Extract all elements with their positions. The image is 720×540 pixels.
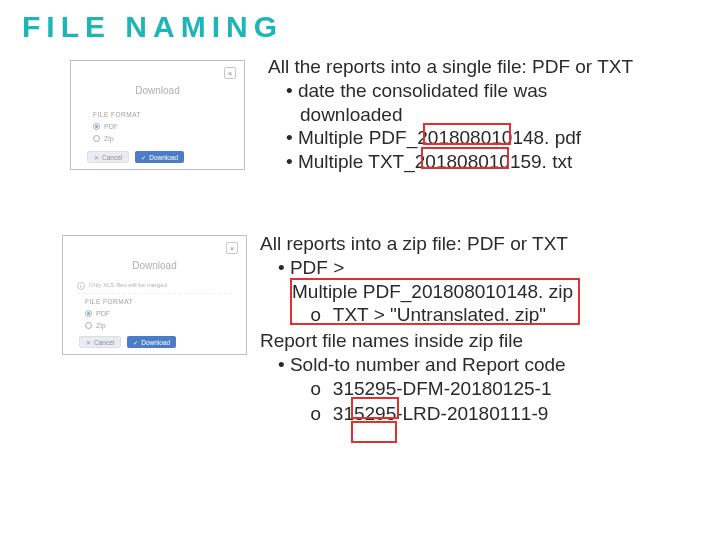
highlighted-text: LRD- bbox=[403, 403, 447, 424]
radio-icon bbox=[93, 135, 100, 142]
cancel-button[interactable]: ✕Cancel bbox=[87, 151, 129, 163]
radio-icon bbox=[93, 123, 100, 130]
radio-option-pdf[interactable]: PDF bbox=[93, 123, 118, 130]
section-zip-file: All reports into a zip file: PDF or TXT … bbox=[260, 232, 702, 428]
info-text: Only XLS files will be merged bbox=[89, 282, 167, 288]
bullet-filename-format: Sold-to number and Report code bbox=[260, 353, 702, 377]
check-icon: ✓ bbox=[133, 339, 138, 346]
radio-option-zip[interactable]: Zip bbox=[93, 135, 114, 142]
download-button[interactable]: ✓Download bbox=[135, 151, 184, 163]
radio-label: PDF bbox=[104, 123, 118, 130]
sub-heading: Report file names inside zip file bbox=[260, 329, 702, 353]
button-label: Cancel bbox=[94, 339, 114, 346]
check-icon: ✓ bbox=[141, 154, 146, 161]
button-label: Download bbox=[149, 154, 178, 161]
download-dialog-screenshot-1: × Download FILE FORMAT PDF Zip ✕Cancel ✓… bbox=[70, 60, 245, 170]
info-icon: i bbox=[77, 282, 85, 290]
cancel-button[interactable]: ✕Cancel bbox=[79, 336, 121, 348]
page-title: FILE NAMING bbox=[22, 10, 283, 44]
file-format-label: FILE FORMAT bbox=[85, 298, 133, 305]
dialog-title: Download bbox=[71, 85, 244, 96]
radio-icon bbox=[85, 310, 92, 317]
bullet-pdf-zip: PDF > bbox=[260, 256, 702, 280]
info-note: iOnly XLS files will be merged bbox=[77, 282, 232, 294]
download-dialog-screenshot-2: × Download iOnly XLS files will be merge… bbox=[62, 235, 247, 355]
bullet-date: date the consolidated file was bbox=[268, 79, 702, 103]
radio-option-pdf[interactable]: PDF bbox=[85, 310, 110, 317]
section-heading: All reports into a zip file: PDF or TXT bbox=[260, 232, 702, 256]
button-label: Cancel bbox=[102, 154, 122, 161]
close-icon: ✕ bbox=[86, 339, 91, 346]
radio-option-zip[interactable]: Zip bbox=[85, 322, 106, 329]
radio-label: Zip bbox=[104, 135, 114, 142]
close-icon: ✕ bbox=[94, 154, 99, 161]
radio-label: Zip bbox=[96, 322, 106, 329]
highlight-box bbox=[290, 278, 580, 325]
close-icon[interactable]: × bbox=[226, 242, 238, 254]
file-format-label: FILE FORMAT bbox=[93, 111, 141, 118]
highlight-box bbox=[421, 147, 509, 169]
highlighted-text: DFM- bbox=[403, 378, 450, 399]
dialog-title: Download bbox=[63, 260, 246, 271]
radio-label: PDF bbox=[96, 310, 110, 317]
radio-icon bbox=[85, 322, 92, 329]
bullet-example-2: 315295-LRD-20180111-9 bbox=[260, 402, 702, 428]
button-label: Download bbox=[141, 339, 170, 346]
highlight-box bbox=[351, 421, 397, 443]
close-icon[interactable]: × bbox=[224, 67, 236, 79]
section-heading: All the reports into a single file: PDF … bbox=[268, 55, 702, 79]
highlight-box bbox=[423, 123, 511, 145]
download-button[interactable]: ✓Download bbox=[127, 336, 176, 348]
bullet-example-1: 315295-DFM-20180125-1 bbox=[260, 377, 702, 403]
highlight-box bbox=[351, 397, 399, 419]
